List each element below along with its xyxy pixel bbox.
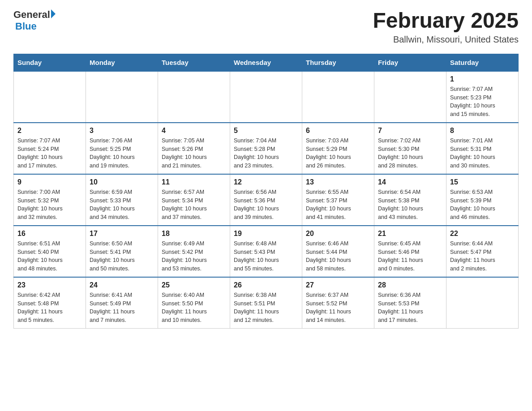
day-info: Sunrise: 7:00 AMSunset: 5:32 PMDaylight:… [17,188,82,222]
day-info: Sunrise: 6:45 AMSunset: 5:46 PMDaylight:… [378,240,442,273]
calendar-cell: 11Sunrise: 6:57 AMSunset: 5:34 PMDayligh… [158,174,230,226]
location-subtitle: Ballwin, Missouri, United States [373,34,519,45]
day-info: Sunrise: 6:36 AMSunset: 5:53 PMDaylight:… [378,291,442,325]
day-number: 27 [306,281,370,289]
day-info: Sunrise: 7:02 AMSunset: 5:30 PMDaylight:… [378,137,442,170]
calendar-cell: 24Sunrise: 6:41 AMSunset: 5:49 PMDayligh… [86,277,158,329]
day-info: Sunrise: 7:03 AMSunset: 5:29 PMDaylight:… [306,137,370,170]
calendar-week-row: 16Sunrise: 6:51 AMSunset: 5:40 PMDayligh… [14,226,519,277]
day-info: Sunrise: 7:07 AMSunset: 5:23 PMDaylight:… [450,85,515,119]
calendar-cell: 14Sunrise: 6:54 AMSunset: 5:38 PMDayligh… [374,174,446,226]
calendar-cell: 6Sunrise: 7:03 AMSunset: 5:29 PMDaylight… [302,123,374,174]
day-info: Sunrise: 6:37 AMSunset: 5:52 PMDaylight:… [306,291,370,325]
logo-general-text: General [13,9,50,21]
day-info: Sunrise: 6:46 AMSunset: 5:44 PMDaylight:… [306,240,370,273]
month-title: February 2025 [373,9,519,33]
calendar-cell [302,71,374,123]
calendar-cell: 7Sunrise: 7:02 AMSunset: 5:30 PMDaylight… [374,123,446,174]
day-number: 24 [90,281,154,289]
calendar-header-tuesday: Tuesday [158,54,230,71]
day-info: Sunrise: 6:57 AMSunset: 5:34 PMDaylight:… [162,188,226,222]
calendar-cell: 1Sunrise: 7:07 AMSunset: 5:23 PMDaylight… [446,71,519,123]
calendar-cell: 18Sunrise: 6:49 AMSunset: 5:42 PMDayligh… [158,226,230,277]
day-number: 15 [450,178,515,186]
calendar-cell: 3Sunrise: 7:06 AMSunset: 5:25 PMDaylight… [86,123,158,174]
title-section: February 2025 Ballwin, Missouri, United … [373,9,519,45]
calendar-cell: 28Sunrise: 6:36 AMSunset: 5:53 PMDayligh… [374,277,446,329]
calendar-header-friday: Friday [374,54,446,71]
calendar-cell: 27Sunrise: 6:37 AMSunset: 5:52 PMDayligh… [302,277,374,329]
calendar-header-saturday: Saturday [446,54,519,71]
day-info: Sunrise: 6:54 AMSunset: 5:38 PMDaylight:… [378,188,442,222]
day-number: 19 [234,230,298,238]
calendar-cell: 13Sunrise: 6:55 AMSunset: 5:37 PMDayligh… [302,174,374,226]
calendar-cell: 2Sunrise: 7:07 AMSunset: 5:24 PMDaylight… [14,123,86,174]
calendar-cell: 25Sunrise: 6:40 AMSunset: 5:50 PMDayligh… [158,277,230,329]
calendar-header-sunday: Sunday [14,54,86,71]
calendar-cell: 17Sunrise: 6:50 AMSunset: 5:41 PMDayligh… [86,226,158,277]
day-number: 28 [378,281,442,289]
day-number: 10 [90,178,154,186]
day-number: 8 [450,127,515,135]
day-number: 20 [306,230,370,238]
logo: General Blue [13,9,56,32]
day-number: 23 [17,281,82,289]
day-number: 14 [378,178,442,186]
day-info: Sunrise: 6:41 AMSunset: 5:49 PMDaylight:… [90,291,154,325]
day-info: Sunrise: 6:59 AMSunset: 5:33 PMDaylight:… [90,188,154,222]
day-info: Sunrise: 7:07 AMSunset: 5:24 PMDaylight:… [17,137,82,170]
day-info: Sunrise: 6:44 AMSunset: 5:47 PMDaylight:… [450,240,515,273]
logo-blue-text: Blue [15,21,37,32]
calendar-cell: 4Sunrise: 7:05 AMSunset: 5:26 PMDaylight… [158,123,230,174]
calendar-header-row: SundayMondayTuesdayWednesdayThursdayFrid… [14,54,519,71]
logo-arrow-icon [51,9,56,18]
day-info: Sunrise: 6:53 AMSunset: 5:39 PMDaylight:… [450,188,515,222]
day-number: 3 [90,127,154,135]
day-info: Sunrise: 6:49 AMSunset: 5:42 PMDaylight:… [162,240,226,273]
calendar-header-monday: Monday [86,54,158,71]
day-info: Sunrise: 6:56 AMSunset: 5:36 PMDaylight:… [234,188,298,222]
calendar-cell: 9Sunrise: 7:00 AMSunset: 5:32 PMDaylight… [14,174,86,226]
calendar-cell [86,71,158,123]
day-info: Sunrise: 7:04 AMSunset: 5:28 PMDaylight:… [234,137,298,170]
day-number: 17 [90,230,154,238]
day-info: Sunrise: 6:42 AMSunset: 5:48 PMDaylight:… [17,291,82,325]
calendar-cell: 23Sunrise: 6:42 AMSunset: 5:48 PMDayligh… [14,277,86,329]
day-info: Sunrise: 6:38 AMSunset: 5:51 PMDaylight:… [234,291,298,325]
calendar-header-wednesday: Wednesday [230,54,302,71]
calendar-week-row: 2Sunrise: 7:07 AMSunset: 5:24 PMDaylight… [14,123,519,174]
calendar-cell: 15Sunrise: 6:53 AMSunset: 5:39 PMDayligh… [446,174,519,226]
day-info: Sunrise: 7:06 AMSunset: 5:25 PMDaylight:… [90,137,154,170]
day-number: 12 [234,178,298,186]
day-number: 16 [17,230,82,238]
day-number: 6 [306,127,370,135]
day-info: Sunrise: 7:05 AMSunset: 5:26 PMDaylight:… [162,137,226,170]
calendar-cell [14,71,86,123]
calendar-week-row: 9Sunrise: 7:00 AMSunset: 5:32 PMDaylight… [14,174,519,226]
day-number: 22 [450,230,515,238]
day-number: 7 [378,127,442,135]
day-info: Sunrise: 6:50 AMSunset: 5:41 PMDaylight:… [90,240,154,273]
day-number: 11 [162,178,226,186]
day-info: Sunrise: 6:55 AMSunset: 5:37 PMDaylight:… [306,188,370,222]
day-info: Sunrise: 7:01 AMSunset: 5:31 PMDaylight:… [450,137,515,170]
calendar-cell: 5Sunrise: 7:04 AMSunset: 5:28 PMDaylight… [230,123,302,174]
day-info: Sunrise: 6:40 AMSunset: 5:50 PMDaylight:… [162,291,226,325]
day-number: 9 [17,178,82,186]
day-number: 2 [17,127,82,135]
calendar-table: SundayMondayTuesdayWednesdayThursdayFrid… [13,54,519,329]
calendar-cell [374,71,446,123]
calendar-cell: 20Sunrise: 6:46 AMSunset: 5:44 PMDayligh… [302,226,374,277]
day-info: Sunrise: 6:48 AMSunset: 5:43 PMDaylight:… [234,240,298,273]
calendar-cell: 10Sunrise: 6:59 AMSunset: 5:33 PMDayligh… [86,174,158,226]
calendar-week-row: 23Sunrise: 6:42 AMSunset: 5:48 PMDayligh… [14,277,519,329]
calendar-header-thursday: Thursday [302,54,374,71]
calendar-cell: 12Sunrise: 6:56 AMSunset: 5:36 PMDayligh… [230,174,302,226]
calendar-cell: 8Sunrise: 7:01 AMSunset: 5:31 PMDaylight… [446,123,519,174]
calendar-cell: 19Sunrise: 6:48 AMSunset: 5:43 PMDayligh… [230,226,302,277]
calendar-cell: 21Sunrise: 6:45 AMSunset: 5:46 PMDayligh… [374,226,446,277]
day-number: 13 [306,178,370,186]
page-header: General Blue February 2025 Ballwin, Miss… [13,9,519,45]
day-info: Sunrise: 6:51 AMSunset: 5:40 PMDaylight:… [17,240,82,273]
day-number: 5 [234,127,298,135]
